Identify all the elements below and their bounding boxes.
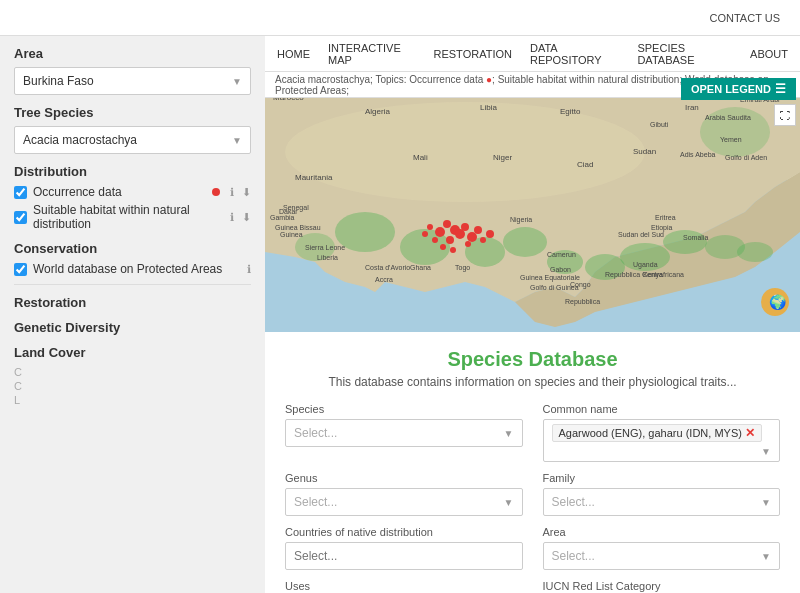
fullscreen-icon: ⛶ bbox=[780, 110, 790, 121]
contact-us-link[interactable]: CONTACT US bbox=[710, 12, 781, 24]
nav-home[interactable]: HOME bbox=[277, 48, 310, 60]
svg-point-26 bbox=[480, 237, 486, 243]
genus-select-wrap[interactable]: Select... ▼ bbox=[285, 488, 523, 516]
svg-point-23 bbox=[467, 232, 477, 242]
area-section-title: Area bbox=[14, 46, 251, 61]
conservation-title: Conservation bbox=[14, 241, 251, 256]
nav-interactive-map[interactable]: INTERACTIVE MAP bbox=[328, 42, 416, 66]
svg-point-24 bbox=[432, 237, 438, 243]
uses-field-group: Uses bbox=[285, 580, 523, 592]
tree-species-select[interactable]: Acacia macrostachya bbox=[15, 127, 250, 153]
common-name-tag-row: Agarwood (ENG), gaharu (IDN, MYS) ✕ ▼ bbox=[543, 419, 781, 462]
land-cover-item-2: C bbox=[14, 380, 251, 392]
svg-text:Ghana: Ghana bbox=[410, 264, 431, 271]
occurrence-data-checkbox[interactable] bbox=[14, 186, 27, 199]
svg-point-18 bbox=[443, 220, 451, 228]
svg-text:Guinea Bissau: Guinea Bissau bbox=[275, 224, 321, 231]
nav-about[interactable]: ABOUT bbox=[750, 48, 788, 60]
family-field-group: Family Select... ▼ bbox=[543, 472, 781, 516]
svg-text:Nigeria: Nigeria bbox=[510, 216, 532, 224]
svg-text:Camerun: Camerun bbox=[547, 251, 576, 258]
common-name-remove[interactable]: ✕ bbox=[745, 426, 755, 440]
land-cover-item-1: C bbox=[14, 366, 251, 378]
area-db-select[interactable]: Select... bbox=[544, 543, 780, 569]
svg-text:Liberia: Liberia bbox=[317, 254, 338, 261]
genus-field-group: Genus Select... ▼ bbox=[285, 472, 523, 516]
svg-text:Eritrea: Eritrea bbox=[655, 214, 676, 221]
protected-info-icon[interactable]: ℹ bbox=[247, 263, 251, 276]
common-name-field-group: Common name Agarwood (ENG), gaharu (IDN,… bbox=[543, 403, 781, 462]
common-name-value: Agarwood (ENG), gaharu (IDN, MYS) bbox=[559, 427, 742, 439]
svg-text:Ciad: Ciad bbox=[577, 160, 593, 169]
main-nav: HOME INTERACTIVE MAP RESTORATION DATA RE… bbox=[265, 36, 800, 72]
open-legend-button[interactable]: OPEN LEGEND ☰ bbox=[681, 78, 796, 100]
occurrence-download-icon[interactable]: ⬇ bbox=[242, 186, 251, 199]
species-db-desc: This database contains information on sp… bbox=[285, 375, 780, 389]
protected-areas-checkbox[interactable] bbox=[14, 263, 27, 276]
svg-text:Golfo di Aden: Golfo di Aden bbox=[725, 154, 767, 161]
occurrence-data-row: Occurrence data ℹ ⬇ bbox=[14, 185, 251, 199]
svg-text:Iran: Iran bbox=[685, 103, 699, 112]
land-cover-item-3: L bbox=[14, 394, 251, 406]
species-db-title: Species Database bbox=[285, 348, 780, 371]
svg-text:Egitto: Egitto bbox=[560, 107, 581, 116]
countries-input[interactable] bbox=[285, 542, 523, 570]
svg-point-8 bbox=[503, 227, 547, 257]
svg-text:Costa d'Avorio: Costa d'Avorio bbox=[365, 264, 410, 271]
svg-point-20 bbox=[446, 236, 454, 244]
tree-species-title: Tree Species bbox=[14, 105, 251, 120]
species-db-form: Species Select... ▼ Common name Agarwood… bbox=[285, 403, 780, 592]
svg-text:Somalia: Somalia bbox=[683, 234, 708, 241]
occurrence-data-label: Occurrence data bbox=[33, 185, 204, 199]
map-area: Marocco Algeria Libia Egitto Iran Maurit… bbox=[265, 72, 800, 332]
area-select-wrapper[interactable]: Burkina Faso ▼ bbox=[14, 67, 251, 95]
tree-species-select-wrapper[interactable]: Acacia macrostachya ▼ bbox=[14, 126, 251, 154]
suitable-habitat-checkbox[interactable] bbox=[14, 211, 27, 224]
svg-point-31 bbox=[450, 247, 456, 253]
top-nav: CONTACT US bbox=[0, 0, 800, 36]
area-db-label: Area bbox=[543, 526, 781, 538]
svg-point-22 bbox=[461, 223, 469, 231]
species-select-wrap[interactable]: Select... ▼ bbox=[285, 419, 523, 447]
svg-point-4 bbox=[285, 102, 645, 202]
species-select[interactable]: Select... bbox=[286, 420, 522, 446]
area-db-select-wrap[interactable]: Select... ▼ bbox=[543, 542, 781, 570]
svg-text:Guinea: Guinea bbox=[280, 231, 303, 238]
nav-restoration[interactable]: RESTORATION bbox=[434, 48, 512, 60]
land-cover-title: Land Cover bbox=[14, 345, 251, 360]
svg-point-30 bbox=[440, 244, 446, 250]
svg-text:Yemen: Yemen bbox=[720, 136, 742, 143]
uses-label: Uses bbox=[285, 580, 523, 592]
svg-point-25 bbox=[474, 226, 482, 234]
family-label: Family bbox=[543, 472, 781, 484]
svg-text:Dakar: Dakar bbox=[279, 208, 298, 215]
svg-text:Mauritania: Mauritania bbox=[295, 173, 333, 182]
svg-text:Libia: Libia bbox=[480, 103, 497, 112]
species-label: Species bbox=[285, 403, 523, 415]
area-select[interactable]: Burkina Faso bbox=[15, 68, 250, 94]
legend-icon: ☰ bbox=[775, 82, 786, 96]
species-field-group: Species Select... ▼ bbox=[285, 403, 523, 462]
protected-areas-row: World database on Protected Areas ℹ bbox=[14, 262, 251, 276]
genetic-diversity-title: Genetic Diversity bbox=[14, 320, 251, 335]
restoration-title: Restoration bbox=[14, 295, 251, 310]
sidebar: MENU CLEAR APPLY ← Area Burkina Faso ▼ T… bbox=[0, 0, 265, 593]
svg-point-32 bbox=[465, 241, 471, 247]
fullscreen-button[interactable]: ⛶ bbox=[774, 104, 796, 126]
habitat-download-icon[interactable]: ⬇ bbox=[242, 211, 251, 224]
nav-species-database[interactable]: SPECIES DATABASE bbox=[637, 42, 732, 66]
family-select[interactable]: Select... bbox=[544, 489, 780, 515]
habitat-info-icon[interactable]: ℹ bbox=[230, 211, 234, 224]
occurrence-dot bbox=[212, 188, 220, 196]
family-select-wrap[interactable]: Select... ▼ bbox=[543, 488, 781, 516]
nav-data-repository[interactable]: DATA REPOSITORY bbox=[530, 42, 619, 66]
map-svg: Marocco Algeria Libia Egitto Iran Maurit… bbox=[265, 72, 800, 332]
genus-select[interactable]: Select... bbox=[286, 489, 522, 515]
svg-text:Algeria: Algeria bbox=[365, 107, 390, 116]
occurrence-info-icon[interactable]: ℹ bbox=[230, 186, 234, 199]
svg-text:Sudan: Sudan bbox=[633, 147, 656, 156]
species-database-section: Species Database This database contains … bbox=[265, 332, 800, 593]
svg-text:Kenya: Kenya bbox=[643, 271, 663, 279]
common-name-arrow[interactable]: ▼ bbox=[761, 446, 771, 457]
svg-text:Uganda: Uganda bbox=[633, 261, 658, 269]
